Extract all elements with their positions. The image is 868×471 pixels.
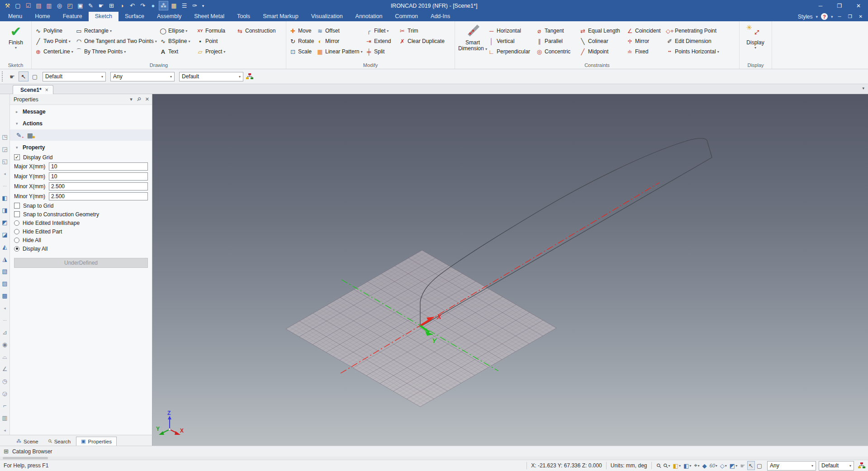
panel-tab-search[interactable]: ⚲Search — [44, 437, 76, 446]
edit-grid-action-icon[interactable]: ✎+ — [16, 132, 22, 139]
shape-overlap-1-icon[interactable]: ◳ — [2, 134, 7, 140]
qa-more-icon[interactable]: ▾ — [200, 1, 206, 10]
ribbon-item-formula[interactable]: XYFormula — [196, 28, 236, 34]
ribbon-item-by-three-points[interactable]: ⌒By Three Points▾ — [75, 48, 159, 56]
help-icon[interactable]: ? — [821, 13, 828, 20]
ribbon-item-fixed[interactable]: ≐Fixed — [626, 48, 666, 55]
style-config-dropdown[interactable]: Default▾ — [43, 72, 106, 81]
assembly-tree-icon[interactable] — [858, 462, 865, 469]
ribbon-item-two-point[interactable]: ╱Two Point▾ — [34, 38, 75, 45]
menu-tab-add-ins[interactable]: Add-Ins — [424, 12, 456, 21]
menu-tab-home[interactable]: Home — [28, 12, 56, 21]
menu-tab-menu[interactable]: Menu — [2, 12, 28, 21]
view-cube-6-icon[interactable]: ◮ — [3, 256, 7, 262]
catalog-browser-bar[interactable]: ⊞ Catalog Browser — [0, 446, 868, 457]
drag-tool-button[interactable]: ☛ — [739, 461, 746, 470]
view-cube-2-icon[interactable]: ◨ — [2, 207, 7, 214]
box-select-button[interactable]: ▢ — [756, 461, 763, 470]
ribbon-item-concentric[interactable]: ◎Concentric — [536, 48, 579, 55]
select-tool-button[interactable]: ↖ — [19, 71, 28, 81]
ribbon-item-extend[interactable]: ⇥Extend — [365, 38, 398, 45]
open-folder-icon[interactable]: ◰ — [65, 1, 75, 10]
ribbon-item-bspline[interactable]: ∿BSpline▾ — [159, 38, 196, 45]
view-cube-9-icon[interactable]: ▩ — [2, 293, 7, 299]
render-brush-icon[interactable]: ✑ — [190, 1, 199, 10]
ribbon-item-text[interactable]: AText — [159, 48, 196, 55]
undo-icon[interactable]: ↶ — [128, 1, 137, 10]
ribbon-item-one-tangent-and-two-points[interactable]: ◠One Tangent and Two Points▾ — [75, 38, 159, 45]
shape-overlap-2-icon[interactable]: ◲ — [2, 146, 7, 152]
ribbon-item-parallel[interactable]: ∥Parallel — [536, 38, 579, 45]
section-view-icon[interactable]: ⌓ — [2, 354, 7, 360]
menu-tab-assembly[interactable]: Assembly — [151, 12, 188, 21]
view-clock-icon[interactable]: ◷ — [2, 378, 7, 385]
layer-select-dropdown[interactable]: Default▾ — [179, 72, 243, 81]
shading-mode-button[interactable]: ◧▾ — [683, 461, 692, 470]
snap-to-construction-geometry-checkbox[interactable] — [14, 211, 20, 217]
display-grid-checkbox[interactable]: ✓ — [14, 154, 20, 160]
snap-to-grid-checkbox[interactable] — [14, 203, 20, 209]
new-drawing-check-icon[interactable]: ☑ — [24, 1, 33, 10]
ribbon-item-linear-pattern[interactable]: ▦Linear Pattern▾ — [316, 48, 365, 55]
ribbon-item-split[interactable]: ╪Split — [365, 48, 398, 55]
restore-button[interactable]: ❐ — [830, 0, 849, 11]
view-compass-icon[interactable]: ◶ — [2, 390, 7, 397]
ribbon-item-horizontal[interactable]: ─Horizontal — [488, 28, 536, 34]
view-cube-3-icon[interactable]: ◩ — [2, 219, 7, 226]
menu-tab-annotation[interactable]: Annotation — [349, 12, 389, 21]
ribbon-item-perpendicular[interactable]: ∟Perpendicular — [488, 48, 536, 55]
ribbon-item-coincident[interactable]: ∠Coincident — [626, 28, 666, 34]
hide-edited-intellishape-radio[interactable] — [14, 220, 19, 226]
catalog-box-icon[interactable]: ▦ — [169, 1, 179, 10]
wireframe-view-button[interactable]: ◇▾ — [719, 461, 728, 470]
ribbon-item-rotate[interactable]: ↻Rotate — [289, 38, 316, 45]
fetch-tool-button[interactable]: ☛ — [7, 71, 17, 81]
shape-overlap-3-icon[interactable]: ◱ — [2, 158, 7, 165]
ribbon-item-scale[interactable]: ⊡Scale — [289, 48, 316, 55]
ribbon-item-trim[interactable]: ✂Trim — [398, 28, 452, 34]
ribbon-item-equal-length[interactable]: ⇄Equal Length — [579, 28, 626, 34]
ribbon-item-project[interactable]: ▱Project▾ — [196, 48, 236, 55]
panel-tab-scene[interactable]: ⁂Scene — [12, 437, 43, 446]
underdefined-button[interactable]: UnderDefined — [14, 258, 148, 268]
save-icon[interactable]: ▣ — [76, 1, 85, 10]
section-message[interactable]: ▸ Message — [10, 105, 152, 117]
ribbon-item-points-horizontal[interactable]: ••Points Horizontal▾ — [666, 48, 736, 55]
entity-filter-dropdown[interactable]: Any▾ — [110, 72, 175, 81]
perspective-60-button[interactable]: 60▾ — [709, 461, 718, 470]
hide-edited-part-radio[interactable] — [14, 229, 19, 234]
config-select-dropdown[interactable]: Default▾ — [819, 461, 854, 471]
finish-button[interactable]: ✔ Finish ▾ — [3, 23, 29, 61]
ribbon-item-midpoint[interactable]: ╱Midpoint — [579, 48, 626, 55]
viewport-canvas[interactable]: X Y Z Y X — [152, 94, 868, 446]
dock-collapse-1-icon[interactable]: ◂ — [4, 171, 6, 177]
scene-browser-icon[interactable]: ⁂ — [159, 1, 168, 10]
ribbon-item-edit-dimension[interactable]: ✐Edit Dimension — [666, 38, 736, 45]
ribbon-item-mirror[interactable]: •|•Mirror — [626, 38, 666, 44]
panel-collapse-icon[interactable]: ▾ — [130, 96, 133, 102]
box-select-tool-button[interactable]: ▢ — [30, 71, 40, 81]
solid-view-button[interactable]: ◆ — [702, 461, 708, 470]
tab-scroll-arrow-icon[interactable]: ▾ — [862, 86, 864, 90]
panel-tab-properties[interactable]: ▣Properties — [76, 437, 117, 446]
section-actions[interactable]: ▾ Actions — [10, 117, 152, 128]
minor-y-mm-input[interactable]: 2.500 — [49, 192, 148, 200]
zoom-in-button[interactable]: ⚲ — [656, 461, 662, 470]
ribbon-item-move[interactable]: ✚Move — [289, 28, 316, 34]
menu-tab-smart-markup[interactable]: Smart Markup — [256, 12, 305, 21]
display-button[interactable]: ✳↔ Display ▾ — [742, 23, 768, 61]
render-quality-button[interactable]: ◩▾ — [729, 461, 738, 470]
grid-settings-action-icon[interactable]: ▦✱ — [27, 132, 33, 139]
view-cube-8-icon[interactable]: ▨ — [2, 281, 7, 287]
select-cursor-button[interactable]: ↖ — [747, 461, 755, 470]
ribbon-item-centerline[interactable]: ⊕CenterLine▾ — [34, 48, 75, 55]
panel-pin-icon[interactable]: ⚲ — [135, 96, 142, 103]
ribbon-item-tangent[interactable]: ⌀Tangent — [536, 28, 579, 34]
ribbon-item-vertical[interactable]: │Vertical — [488, 38, 536, 45]
dock-grip-2-icon[interactable]: ⋯ — [3, 317, 7, 324]
zoom-window-button[interactable]: ⚲▾ — [663, 461, 671, 470]
panel-close-icon[interactable]: ✕ — [145, 96, 149, 102]
document-tab-scene1[interactable]: Scene1* × — [13, 85, 53, 94]
menu-tab-visualization[interactable]: Visualization — [305, 12, 349, 21]
import-document-icon[interactable]: ▤ — [34, 1, 43, 10]
